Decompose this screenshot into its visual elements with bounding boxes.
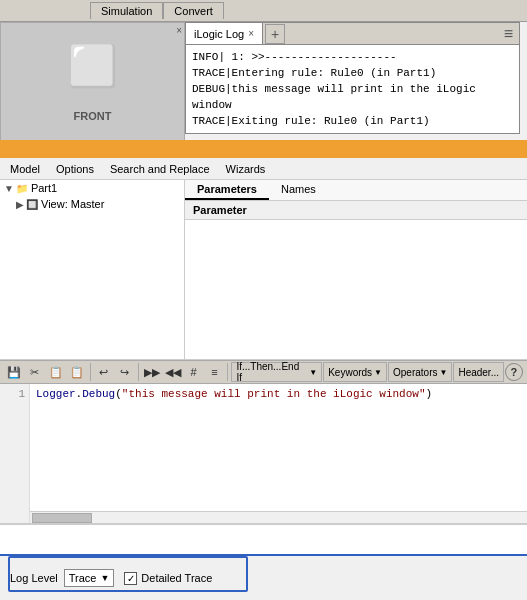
tb-header-label: Header... — [458, 367, 499, 378]
code-line-numbers: 1 — [0, 384, 30, 523]
tab-convert[interactable]: Convert — [163, 2, 224, 19]
log-line-3: DEBUG|this message will print in the iLo… — [192, 81, 513, 113]
detailed-trace-checkbox-container[interactable]: ✓ — [124, 572, 137, 585]
code-paren-open: ( — [115, 388, 122, 400]
tb-redo-button[interactable]: ↪ — [115, 362, 135, 382]
ilogic-log-tab-close[interactable]: × — [248, 28, 254, 39]
detailed-trace-container: ✓ Detailed Trace — [124, 572, 212, 585]
tree-label-view: View: Master — [41, 198, 104, 210]
tb-operators-arrow: ▼ — [439, 368, 447, 377]
tab-simulation[interactable]: Simulation — [90, 2, 163, 19]
tb-cut-button[interactable]: ✂ — [25, 362, 45, 382]
tb-paste-button[interactable]: 📋 — [67, 362, 87, 382]
ilogic-log-panel: iLogic Log × + ≡ INFO| 1: >>------------… — [185, 22, 520, 134]
params-panel: Parameters Names Parameter — [185, 180, 527, 360]
thumbnail-panel: × ⬜ FRONT — [0, 22, 185, 142]
model-tree-panel: ▼ 📁 Part1 ▶ 🔲 View: Master — [0, 180, 185, 360]
bottom-log-area — [0, 524, 527, 554]
tb-uncomment-button[interactable]: ≡ — [204, 362, 224, 382]
code-editor-toolbar: 💾 ✂ 📋 📋 ↩ ↪ ▶▶ ◀◀ # ≡ If...Then...End If… — [0, 360, 527, 384]
ilogic-log-content: INFO| 1: >>-------------------- TRACE|En… — [186, 45, 519, 133]
tb-keywords-arrow: ▼ — [374, 368, 382, 377]
tb-help-button[interactable]: ? — [505, 363, 523, 381]
tb-keywords-label: Keywords — [328, 367, 372, 378]
menu-model[interactable]: Model — [4, 161, 46, 177]
ilogic-add-tab-button[interactable]: + — [265, 24, 285, 44]
top-tab-bar: Simulation Convert — [0, 0, 527, 22]
tb-if-then-dropdown[interactable]: If...Then...End If ▼ — [231, 362, 322, 382]
tb-comment-button[interactable]: # — [184, 362, 204, 382]
code-paren-close: ) — [426, 388, 433, 400]
log-line-1: INFO| 1: >>-------------------- — [192, 49, 513, 65]
thumbnail-label: FRONT — [74, 110, 112, 122]
log-level-bar: Log Level Trace ▼ ✓ Detailed Trace — [0, 554, 527, 600]
log-line-2: TRACE|Entering rule: Rule0 (in Part1) — [192, 65, 513, 81]
code-editor-area[interactable]: 1 Logger.Debug("this message will print … — [0, 384, 527, 524]
menu-bar: Model Options Search and Replace Wizards — [0, 158, 527, 180]
thumbnail-graphic: ⬜ — [68, 43, 118, 90]
log-level-label: Log Level — [10, 572, 58, 584]
thumbnail-close-icon[interactable]: × — [176, 25, 182, 36]
tree-arrow-part1: ▼ — [4, 183, 14, 194]
log-level-select[interactable]: Trace ▼ — [64, 569, 115, 587]
tree-item-part1[interactable]: ▼ 📁 Part1 — [0, 180, 184, 196]
checkbox-checkmark: ✓ — [127, 573, 135, 584]
code-logger: Logger — [36, 388, 76, 400]
tb-outdent-button[interactable]: ◀◀ — [163, 362, 183, 382]
detailed-trace-checkbox[interactable]: ✓ — [124, 572, 137, 585]
tb-keywords-dropdown[interactable]: Keywords ▼ — [323, 362, 387, 382]
toolbar-separator-1 — [90, 363, 91, 381]
ilogic-menu-button[interactable]: ≡ — [498, 25, 519, 43]
tree-icon-part1: 📁 — [16, 183, 28, 194]
detailed-trace-label: Detailed Trace — [141, 572, 212, 584]
horizontal-scrollbar[interactable] — [30, 511, 527, 523]
tb-copy-button[interactable]: 📋 — [46, 362, 66, 382]
code-string: "this message will print in the iLogic w… — [122, 388, 426, 400]
code-content-area[interactable]: Logger.Debug("this message will print in… — [30, 384, 527, 523]
tb-operators-label: Operators — [393, 367, 437, 378]
params-column-header: Parameter — [185, 201, 527, 220]
params-tab-parameters[interactable]: Parameters — [185, 180, 269, 200]
log-level-dropdown-arrow: ▼ — [100, 573, 109, 583]
ilogic-tab-bar: iLogic Log × + ≡ — [186, 23, 519, 45]
menu-options[interactable]: Options — [50, 161, 100, 177]
tree-icon-view: 🔲 — [26, 199, 38, 210]
tree-arrow-view: ▶ — [16, 199, 24, 210]
ilogic-log-tab[interactable]: iLogic Log × — [186, 23, 263, 44]
tb-header-dropdown[interactable]: Header... — [453, 362, 504, 382]
params-tab-bar: Parameters Names — [185, 180, 527, 201]
tb-if-then-arrow: ▼ — [309, 368, 317, 377]
tb-save-button[interactable]: 💾 — [4, 362, 24, 382]
scrollbar-thumb[interactable] — [32, 513, 92, 523]
menu-search-replace[interactable]: Search and Replace — [104, 161, 216, 177]
tb-operators-dropdown[interactable]: Operators ▼ — [388, 362, 452, 382]
log-level-selected-value: Trace — [69, 572, 97, 584]
tb-undo-button[interactable]: ↩ — [94, 362, 114, 382]
toolbar-separator-2 — [138, 363, 139, 381]
tb-indent-button[interactable]: ▶▶ — [142, 362, 162, 382]
ilogic-log-tab-label: iLogic Log — [194, 28, 244, 40]
log-line-4: TRACE|Exiting rule: Rule0 (in Part1) — [192, 113, 513, 129]
tree-label-part1: Part1 — [31, 182, 57, 194]
menu-wizards[interactable]: Wizards — [220, 161, 272, 177]
tree-item-view-master[interactable]: ▶ 🔲 View: Master — [12, 196, 184, 212]
orange-accent-bar — [0, 140, 527, 158]
toolbar-separator-3 — [227, 363, 228, 381]
tb-if-then-label: If...Then...End If — [236, 361, 307, 383]
params-tab-names[interactable]: Names — [269, 180, 328, 200]
code-debug: Debug — [82, 388, 115, 400]
